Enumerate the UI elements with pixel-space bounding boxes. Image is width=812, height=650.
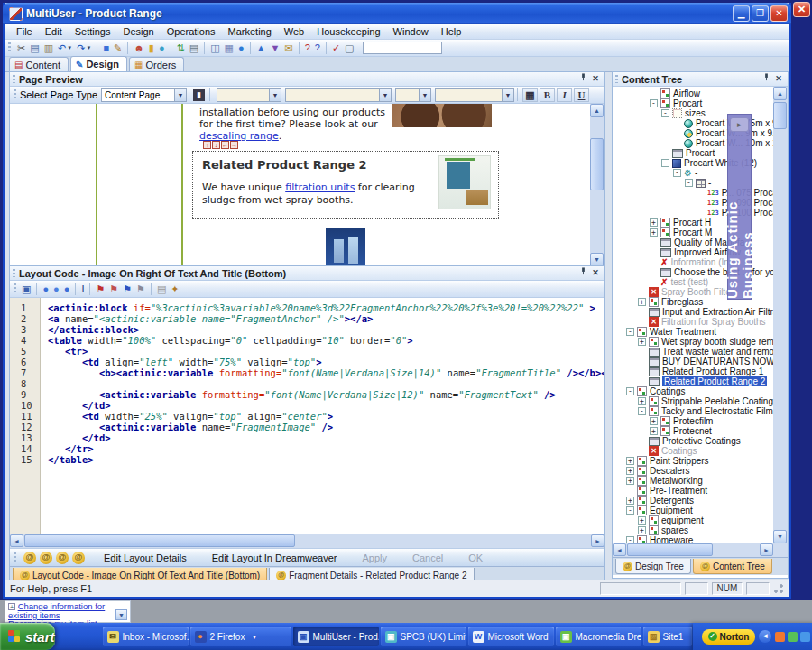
close-icon[interactable]: ✕ — [772, 73, 785, 85]
tab-design[interactable]: ✎Design — [70, 56, 127, 71]
bold-button[interactable]: B — [540, 88, 555, 102]
taskbar-item-multiuser-prod-[interactable]: ▣MultiUser - Prod... — [293, 627, 379, 646]
tree-item[interactable]: -Homeware — [613, 535, 773, 543]
tree-item[interactable]: BUY DENATURANTS NOW — [613, 357, 773, 367]
taskbar-item-microsoft-word[interactable]: WMicrosoft Word — [468, 627, 554, 646]
toggle-preview-icon[interactable]: ▮ — [191, 88, 207, 103]
expand-icon[interactable]: + — [650, 417, 658, 425]
edit-layout-in-dreamweaver-button[interactable]: Edit Layout In Dreamweaver — [204, 552, 346, 564]
move-arrow-icon[interactable]: → — [230, 141, 238, 149]
filtration-units-link[interactable]: filtration units — [285, 181, 355, 193]
tree-item[interactable]: +Wet spray booth sludge removal — [613, 337, 773, 347]
tree-item[interactable]: +equipment — [613, 515, 773, 525]
code-line[interactable]: 15</table> — [10, 454, 604, 465]
tree-item[interactable]: +Protecfilm — [613, 416, 773, 426]
help-icon[interactable]: ? — [303, 41, 312, 56]
play-icon[interactable]: ► — [730, 117, 749, 132]
taskbar-item-2-firefox[interactable]: ●2 Firefox▼ — [190, 627, 291, 646]
expand-icon[interactable]: + — [626, 467, 634, 475]
tree-item[interactable]: Input and Extraction Air Filtration. — [613, 307, 773, 317]
resize-grip[interactable] — [773, 583, 784, 594]
move-arrow-icon[interactable]: ↓ — [212, 141, 220, 149]
scrollbar-thumb[interactable] — [773, 102, 787, 129]
toolbar-grip[interactable] — [14, 89, 16, 100]
nav-previous-layout-icon[interactable]: @ — [40, 552, 52, 564]
expand-icon[interactable]: + — [650, 228, 658, 237]
bookmark-next-icon[interactable]: ⚑ — [107, 282, 120, 297]
expand-icon[interactable]: + — [638, 397, 646, 405]
fill-color-button[interactable]: ▦ — [522, 88, 538, 102]
menu-edit[interactable]: Edit — [39, 25, 69, 38]
collapse-icon[interactable]: - — [661, 159, 669, 167]
maximize-button[interactable]: ❐ — [752, 5, 769, 22]
toolbar-grip[interactable] — [8, 42, 11, 53]
bookmark-previous-icon[interactable]: ⚑ — [121, 282, 134, 297]
tree-item[interactable]: Treat waste water and remove solids — [613, 347, 773, 357]
tree-item[interactable]: Related Product Range 2 — [613, 376, 773, 386]
content-tree-tab[interactable]: @Content Tree — [693, 559, 772, 574]
scroll-down-icon[interactable]: ▼ — [773, 530, 787, 543]
toolbar-grip[interactable] — [14, 552, 16, 563]
code-line[interactable]: 4<table width="100%" cellspacing="0" cel… — [10, 335, 604, 346]
code-line[interactable]: 11 <td width="25%" valign="top" align="c… — [10, 411, 604, 422]
code-line[interactable]: 6 <td align="left" width="75%" valign="t… — [10, 357, 604, 367]
panel-grip[interactable] — [13, 269, 15, 277]
tray-icon-blue[interactable] — [800, 632, 810, 642]
code-scrollbar[interactable]: ◄ ► — [10, 534, 604, 548]
collapse-icon[interactable]: - — [650, 99, 658, 107]
tree-item[interactable]: -Water Treatment — [613, 327, 773, 337]
close-icon[interactable]: ✕ — [589, 73, 602, 85]
undo-icon[interactable]: ↶▼ — [56, 41, 74, 56]
preview-scrollbar[interactable]: ▲ ▼ — [590, 104, 604, 266]
tree-item[interactable]: ✕Coatings — [613, 446, 773, 456]
menu-design[interactable]: Design — [116, 25, 160, 38]
expand-icon[interactable]: + — [638, 298, 646, 306]
code-line[interactable]: 9 <actinic:variable formatting="font(Nam… — [10, 389, 604, 400]
tree-item[interactable]: +Paint Strippers — [613, 456, 773, 466]
tree-item[interactable]: +Strippable Peelable Coatings for Walls — [613, 396, 773, 406]
selected-fragment-box[interactable]: Related Product Range 2 We have unique f… — [192, 151, 499, 219]
nav-next-layout-icon[interactable]: @ — [56, 552, 69, 564]
collapse-icon[interactable]: - — [626, 328, 634, 336]
design-tree-tab[interactable]: @Design Tree — [615, 559, 691, 574]
window-icon[interactable]: ▢ — [343, 41, 355, 56]
ok-button[interactable]: OK — [460, 552, 491, 564]
scrollbar-thumb[interactable] — [627, 543, 713, 556]
scroll-left-icon[interactable]: ◄ — [10, 534, 23, 547]
collapse-icon[interactable]: - — [661, 109, 669, 117]
edit-pencil-icon[interactable]: ✎ — [112, 41, 124, 56]
scroll-right-icon[interactable]: ► — [591, 534, 604, 547]
preview-body[interactable]: installation before using our products f… — [10, 104, 604, 266]
code-line[interactable]: 13 </td> — [10, 432, 604, 443]
tray-icon-green[interactable] — [788, 632, 798, 642]
tab-orders[interactable]: ▦Orders — [129, 57, 184, 71]
scroll-left-icon[interactable]: ◄ — [613, 543, 626, 556]
print-icon[interactable]: ▤ — [188, 41, 200, 56]
move-arrow-icon[interactable]: ↑ — [203, 141, 211, 149]
code-line[interactable]: 8 — [10, 378, 604, 389]
tab-content[interactable]: ▤Content — [9, 57, 69, 71]
expand-icon[interactable]: + — [626, 457, 634, 465]
menu-settings[interactable]: Settings — [69, 25, 117, 38]
tree-h-scrollbar[interactable]: ◄ ► — [613, 543, 788, 557]
expand-icon[interactable]: + — [638, 516, 646, 525]
move-arrow-icon[interactable]: ← — [221, 141, 229, 149]
tree-scrollbar[interactable]: ▲ ▼ — [773, 87, 788, 543]
expand-icon[interactable]: + — [650, 427, 658, 435]
tree-item[interactable]: +Metalworking — [613, 476, 773, 486]
page-type-select[interactable]: Content Page ▼ — [101, 88, 187, 102]
tree-item[interactable]: Protective Coatings — [613, 436, 773, 446]
refresh-icon[interactable]: ⇅ — [175, 41, 187, 56]
mail-icon[interactable]: ✉ — [282, 41, 294, 56]
scroll-up-icon[interactable]: ▲ — [590, 104, 604, 117]
retrieve-icon[interactable]: ▼ — [269, 41, 282, 56]
theme-icon[interactable]: ● — [157, 41, 167, 56]
collapse-icon[interactable]: - — [673, 169, 681, 177]
chevron-down-icon[interactable]: ▼ — [115, 609, 127, 620]
expand-icon[interactable]: + — [650, 218, 658, 227]
find-icon[interactable]: ● — [41, 282, 51, 297]
code-line[interactable]: 12 <actinic:variable name="FragmentImage… — [10, 422, 604, 432]
expand-icon[interactable]: + — [638, 526, 646, 534]
publish-icon[interactable]: ▲ — [254, 41, 268, 56]
apply-button[interactable]: Apply — [355, 552, 396, 564]
